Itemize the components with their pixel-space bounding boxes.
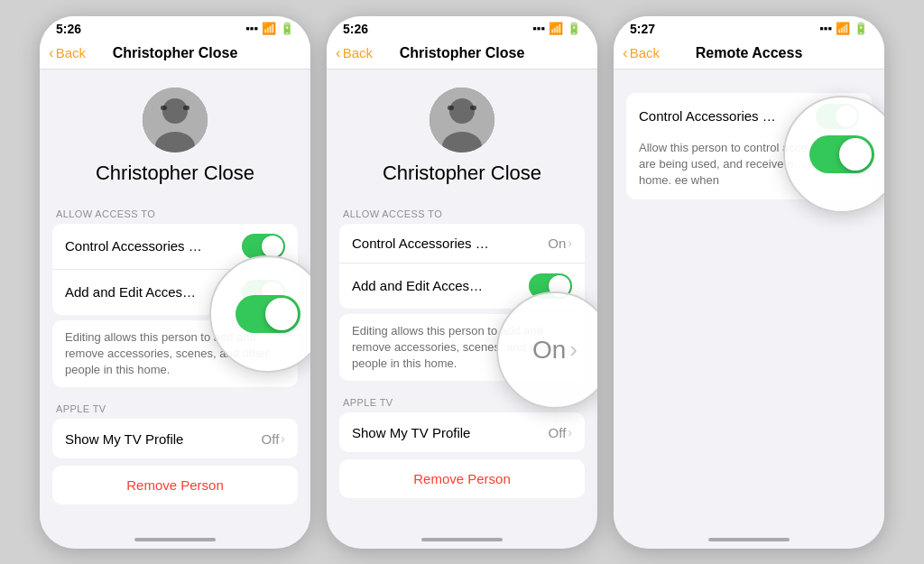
tv-profile-value-2: Off › [549, 425, 572, 440]
back-button-3[interactable]: ‹ Back [623, 44, 660, 62]
allow-access-label-2: ALLOW ACCESS TO [339, 199, 585, 224]
home-bar-1 [134, 538, 216, 541]
remove-person-btn-2[interactable]: Remove Person [339, 459, 585, 498]
nav-title-1: Christopher Close [113, 45, 238, 61]
wifi-icon: 📶 [262, 22, 276, 35]
add-edit-label-2: Add and Edit Accessories [352, 278, 496, 293]
svg-point-6 [449, 98, 475, 124]
battery-icon-2: 🔋 [567, 22, 581, 35]
apple-tv-section-1: APPLE TV Show My TV Profile Off › [40, 394, 310, 458]
nav-bar-1: ‹ Back Christopher Close [40, 40, 310, 69]
status-time-2: 5:26 [343, 22, 368, 36]
on-label: On [532, 336, 566, 365]
person-name-1: Christopher Close [96, 162, 254, 185]
chevron-right-icon-3: › [568, 425, 572, 439]
status-time-1: 5:26 [56, 22, 81, 36]
remove-person-btn-1[interactable]: Remove Person [52, 466, 298, 504]
mag-on-text: On › [532, 336, 578, 365]
battery-icon-3: 🔋 [854, 22, 868, 35]
control-accessories-row-2[interactable]: Control Accessories Rem… On › [339, 224, 585, 264]
svg-rect-8 [448, 106, 454, 110]
tv-profile-value-1: Off › [262, 431, 285, 447]
back-button-1[interactable]: ‹ Back [49, 44, 86, 62]
mag-toggle-container-3 [809, 135, 874, 173]
status-bar-1: 5:26 ▪▪▪ 📶 🔋 [40, 16, 310, 40]
phone-screen-1: 5:26 ▪▪▪ 📶 🔋 ‹ Back Christopher Close [40, 16, 310, 549]
signal-icon-3: ▪▪▪ [819, 22, 832, 35]
nav-bar-3: ‹ Back Remote Access [614, 40, 884, 69]
svg-rect-4 [183, 106, 189, 110]
tv-profile-row-1[interactable]: Show My TV Profile Off › [52, 419, 298, 458]
svg-rect-3 [161, 106, 167, 110]
avatar-1 [143, 88, 208, 153]
profile-section-2: Christopher Close [327, 69, 597, 199]
nav-bar-2: ‹ Back Christopher Close [327, 40, 597, 69]
back-label-3: Back [630, 45, 660, 60]
tv-profile-label-2: Show My TV Profile [352, 425, 549, 440]
signal-icon-2: ▪▪▪ [532, 22, 545, 35]
back-label-1: Back [56, 45, 86, 60]
add-edit-label-1: Add and Edit Accessories [65, 284, 209, 300]
phone-screen-3: 5:27 ▪▪▪ 📶 🔋 ‹ Back Remote Access Contro… [614, 16, 884, 549]
tv-profile-row-2[interactable]: Show My TV Profile Off › [339, 412, 585, 452]
status-bar-2: 5:26 ▪▪▪ 📶 🔋 [327, 16, 597, 40]
tv-profile-label-1: Show My TV Profile [65, 431, 262, 447]
mag-toggle-container-1 [236, 295, 300, 333]
battery-icon: 🔋 [280, 22, 294, 35]
control-accessories-label-1: Control Accessories Remo… [65, 238, 209, 254]
svg-rect-9 [470, 106, 476, 110]
status-icons-3: ▪▪▪ 📶 🔋 [819, 22, 868, 35]
tv-card-2: Show My TV Profile Off › [339, 412, 585, 452]
svg-point-1 [162, 98, 188, 124]
tv-card-1: Show My TV Profile Off › [52, 419, 298, 458]
home-indicator-2 [327, 531, 597, 549]
back-button-2[interactable]: ‹ Back [336, 44, 373, 62]
back-chevron-icon-3: ‹ [623, 44, 628, 62]
avatar-2 [430, 88, 494, 153]
nav-title-2: Christopher Close [400, 45, 525, 61]
chevron-right-icon-2: › [568, 236, 572, 250]
allow-access-label-1: ALLOW ACCESS TO [52, 199, 298, 224]
person-name-2: Christopher Close [383, 162, 541, 185]
mag-toggle-display-1 [236, 295, 300, 333]
home-indicator-1 [40, 531, 310, 549]
on-chevron-icon: › [569, 336, 578, 364]
status-time-3: 5:27 [630, 22, 655, 36]
mag-toggle-display-3 [809, 135, 874, 173]
control-value-2: On › [548, 236, 572, 251]
control-accessories-label-2: Control Accessories Rem… [352, 236, 496, 251]
apple-tv-label-1: APPLE TV [52, 394, 298, 419]
home-indicator-3 [614, 531, 884, 549]
status-icons-1: ▪▪▪ 📶 🔋 [245, 22, 294, 35]
phone-screen-2: 5:26 ▪▪▪ 📶 🔋 ‹ Back Christopher Close [327, 16, 597, 549]
home-bar-2 [421, 538, 503, 541]
status-icons-2: ▪▪▪ 📶 🔋 [532, 22, 581, 35]
mag-toggle-thumb-3 [839, 138, 872, 171]
back-chevron-icon-1: ‹ [49, 44, 54, 62]
signal-icon: ▪▪▪ [245, 22, 258, 35]
back-label-2: Back [343, 45, 373, 60]
wifi-icon-2: 📶 [549, 22, 563, 35]
wifi-icon-3: 📶 [836, 22, 850, 35]
home-bar-3 [708, 538, 790, 541]
nav-title-3: Remote Access [696, 45, 803, 61]
mag-toggle-thumb-1 [265, 298, 298, 330]
control-accessories-label-3: Control Accessories Rem… [639, 108, 783, 124]
profile-section-1: Christopher Close [40, 69, 310, 199]
back-chevron-icon-2: ‹ [336, 44, 341, 62]
toggle-thumb-1 [262, 236, 283, 257]
chevron-right-icon-1: › [281, 431, 285, 446]
status-bar-3: 5:27 ▪▪▪ 📶 🔋 [614, 16, 884, 40]
